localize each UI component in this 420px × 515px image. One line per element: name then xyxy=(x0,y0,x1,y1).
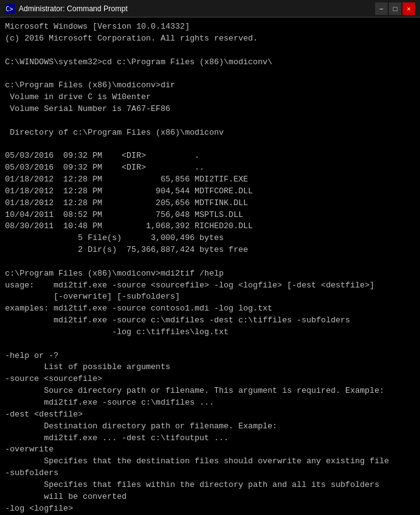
minimize-button[interactable]: − xyxy=(375,2,388,15)
console-line: mdi2tif.exe ... -dest c:\tifoutput ... xyxy=(5,433,229,443)
console-line: (c) 2016 Microsoft Corporation. All righ… xyxy=(5,34,258,43)
console-line: Specifies that files within the director… xyxy=(5,480,379,489)
console-line: Destination directory path or filename. … xyxy=(5,421,277,431)
window-title: Administrator: Command Prompt xyxy=(19,4,375,13)
svg-text:C>: C> xyxy=(6,6,13,12)
console-output[interactable]: Microsoft Windows [Version 10.0.14332] (… xyxy=(0,17,420,515)
console-line: 01/18/2012 12:28 PM 904,544 MDTFCORE.DLL xyxy=(5,186,253,196)
console-line: Specifies that the destination files sho… xyxy=(5,456,389,466)
console-line: -dest <destfile> xyxy=(5,410,83,419)
console-line: 05/03/2016 09:32 PM <DIR> .. xyxy=(5,163,204,172)
console-line: 05/03/2016 09:32 PM <DIR> . xyxy=(5,151,199,160)
console-line: 01/18/2012 12:28 PM 205,656 MDTFINK.DLL xyxy=(5,198,248,208)
console-line: 2 Dir(s) 75,366,887,424 bytes free xyxy=(5,245,248,254)
window: C> Administrator: Command Prompt − □ × M… xyxy=(0,0,420,515)
cmd-icon: C> xyxy=(5,4,15,14)
console-line: 5 File(s) 3,000,496 bytes xyxy=(5,233,224,243)
console-line: usage: mdi2tif.exe -source <sourcefile> … xyxy=(5,281,375,290)
maximize-button[interactable]: □ xyxy=(389,2,401,15)
console-line: -log <logfile> xyxy=(5,504,73,513)
window-controls: − □ × xyxy=(375,2,415,15)
console-line: c:\Program Files (x86)\modiconv>dir xyxy=(5,80,175,90)
console-line: 10/04/2011 08:52 PM 756,048 MSPTLS.DLL xyxy=(5,210,243,219)
console-line: will be converted xyxy=(5,492,126,501)
title-bar: C> Administrator: Command Prompt − □ × xyxy=(0,0,420,17)
console-line: -overwrite xyxy=(5,445,54,454)
console-line: [-overwrite] [-subfolders] xyxy=(5,292,180,301)
console-line: -help or -? xyxy=(5,351,59,360)
console-line: Volume Serial Number is 7A67-EF86 xyxy=(5,104,170,113)
console-line: Directory of c:\Program Files (x86)\modi… xyxy=(5,128,224,137)
console-line: Microsoft Windows [Version 10.0.14332] xyxy=(5,22,189,31)
console-line: mdi2tif.exe -source c:\mdifiles ... xyxy=(5,398,214,407)
close-button[interactable]: × xyxy=(403,2,415,15)
console-line: c:\Program Files (x86)\modiconv>mdi2tif … xyxy=(5,269,224,278)
console-line: -source <sourcefile> xyxy=(5,374,102,383)
console-line: 01/18/2012 12:28 PM 65,856 MDI2TIF.EXE xyxy=(5,175,248,184)
console-line: List of possible arguments xyxy=(5,362,170,372)
console-line: -log c:\tiffiles\log.txt xyxy=(5,327,229,337)
console-line: -subfolders xyxy=(5,468,59,478)
console-line: Volume in drive C is W10enter xyxy=(5,92,151,102)
console-line: Source directory path or filename. This … xyxy=(5,386,384,395)
console-line: mdi2tif.exe -source c:\mdifiles -dest c:… xyxy=(5,315,350,325)
console-line: 08/30/2011 10:48 PM 1,068,392 RICHED20.D… xyxy=(5,221,253,231)
console-line: C:\WINDOWS\system32>cd c:\Program Files … xyxy=(5,57,272,67)
console-line: examples: mdi2tif.exe -source contoso1.m… xyxy=(5,304,272,313)
